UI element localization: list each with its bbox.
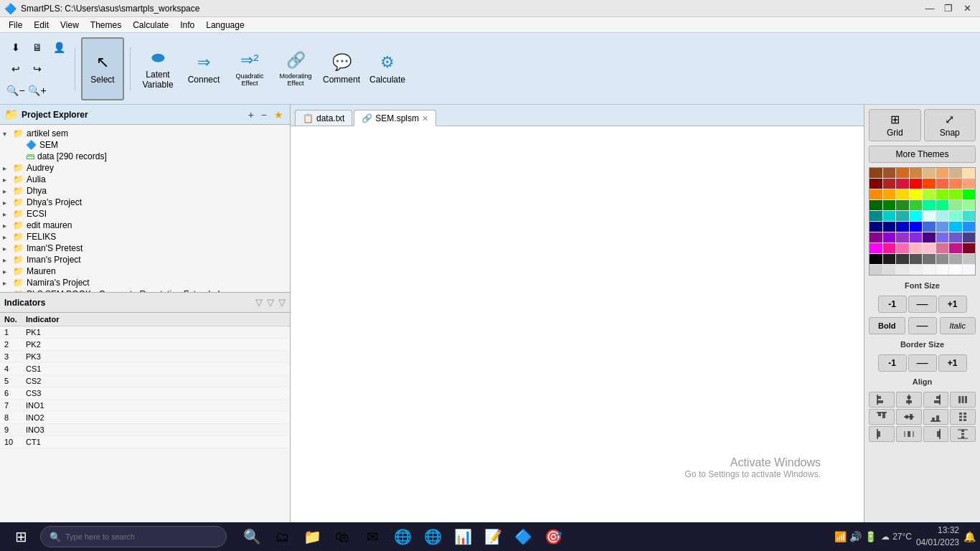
connect-button[interactable]: ⇒ Connect xyxy=(182,37,225,100)
tab-close-sem-splsm[interactable]: ✕ xyxy=(422,114,428,123)
color-cell[interactable] xyxy=(896,200,909,210)
monitor-button[interactable]: 🖥 xyxy=(27,37,47,57)
align-button-1[interactable] xyxy=(896,392,922,408)
color-cell[interactable] xyxy=(870,222,882,232)
tree-item-dhya[interactable]: ▸📁Dhya xyxy=(0,185,290,197)
tree-item-dhyas-project[interactable]: ▸📁Dhya's Project xyxy=(0,197,290,208)
color-cell[interactable] xyxy=(936,211,949,221)
color-cell[interactable] xyxy=(910,232,923,242)
color-cell[interactable] xyxy=(883,168,896,178)
notification-button[interactable]: 🔔 xyxy=(963,531,976,542)
menu-item-language[interactable]: Language xyxy=(200,19,250,32)
snap-button[interactable]: ⤢ Snap xyxy=(924,109,976,141)
table-row[interactable]: 7INO1 xyxy=(0,400,290,412)
color-cell[interactable] xyxy=(870,168,882,178)
minimize-button[interactable]: — xyxy=(921,2,938,15)
latent-variable-button[interactable]: ⬬ Latent Variable xyxy=(136,37,179,100)
color-cell[interactable] xyxy=(949,179,962,189)
close-button[interactable]: ✕ xyxy=(958,2,976,15)
color-cell[interactable] xyxy=(963,222,976,232)
taskbar-chrome[interactable]: 🌐 xyxy=(419,523,446,550)
align-button-3[interactable] xyxy=(950,392,976,408)
tree-item-pls-sem-book[interactable]: ▸📁PLS SEM BOOK - Corporate Reputation Ex… xyxy=(0,288,290,292)
taskbar-mail[interactable]: ✉ xyxy=(359,523,386,550)
color-cell[interactable] xyxy=(963,243,976,253)
menu-item-info[interactable]: Info xyxy=(174,19,200,32)
color-cell[interactable] xyxy=(910,200,923,210)
color-cell[interactable] xyxy=(910,211,923,221)
color-cell[interactable] xyxy=(923,265,936,275)
tree-item-edit-mauren[interactable]: ▸📁edit mauren xyxy=(0,220,290,231)
tree-item-data[interactable]: 🗃data [290 records] xyxy=(0,151,290,162)
taskbar-app-extra[interactable]: 🎯 xyxy=(540,523,567,550)
color-cell[interactable] xyxy=(870,211,882,221)
table-row[interactable]: 5CS2 xyxy=(0,375,290,387)
color-cell[interactable] xyxy=(936,179,949,189)
color-cell[interactable] xyxy=(923,254,936,264)
pe-minus-button[interactable]: − xyxy=(259,108,269,121)
tab-data-txt[interactable]: 📋data.txt xyxy=(295,110,352,126)
color-cell[interactable] xyxy=(923,232,936,242)
border-size-minus-button[interactable]: -1 xyxy=(878,354,907,372)
color-cell[interactable] xyxy=(896,232,909,242)
color-cell[interactable] xyxy=(883,179,896,189)
color-cell[interactable] xyxy=(883,211,896,221)
color-cell[interactable] xyxy=(949,222,962,232)
align-button-0[interactable] xyxy=(869,392,895,408)
taskbar-edge[interactable]: 🌐 xyxy=(389,523,416,550)
color-cell[interactable] xyxy=(923,168,936,178)
align-button-11[interactable] xyxy=(950,426,976,442)
menu-item-themes[interactable]: Themes xyxy=(85,19,127,32)
color-cell[interactable] xyxy=(910,189,923,199)
taskbar-explorer[interactable]: 📁 xyxy=(298,523,326,550)
network-icon[interactable]: 📶 xyxy=(834,531,847,542)
menu-item-calculate[interactable]: Calculate xyxy=(127,19,174,32)
search-bar[interactable]: 🔍 xyxy=(40,526,227,547)
color-cell[interactable] xyxy=(896,211,909,221)
grid-button[interactable]: ⊞ Grid xyxy=(869,109,921,141)
color-cell[interactable] xyxy=(896,179,909,189)
color-cell[interactable] xyxy=(949,265,962,275)
font-size-plus-button[interactable]: +1 xyxy=(938,296,967,313)
search-input[interactable] xyxy=(65,532,217,541)
tree-item-imans-pretest[interactable]: ▸📁Iman'S Pretest xyxy=(0,242,290,254)
color-cell[interactable] xyxy=(963,211,976,221)
color-cell[interactable] xyxy=(949,243,962,253)
zoom-in-button[interactable]: 🔍+ xyxy=(27,80,47,100)
table-row[interactable]: 10CT1 xyxy=(0,436,290,448)
tab-sem-splsm[interactable]: 🔗SEM.splsm✕ xyxy=(354,110,436,126)
align-button-4[interactable] xyxy=(869,409,895,425)
more-themes-button[interactable]: More Themes xyxy=(869,146,976,163)
color-cell[interactable] xyxy=(870,243,882,253)
color-cell[interactable] xyxy=(963,200,976,210)
color-cell[interactable] xyxy=(896,265,909,275)
italic-button[interactable]: Italic xyxy=(940,317,976,334)
color-cell[interactable] xyxy=(883,243,896,253)
color-cell[interactable] xyxy=(883,232,896,242)
color-cell[interactable] xyxy=(923,200,936,210)
tree-item-namiras-project[interactable]: ▸📁Namira's Project xyxy=(0,277,290,288)
color-cell[interactable] xyxy=(923,179,936,189)
color-cell[interactable] xyxy=(883,189,896,199)
align-button-9[interactable] xyxy=(896,426,922,442)
taskbar-cortana[interactable]: 🔍 xyxy=(238,523,265,550)
color-cell[interactable] xyxy=(896,222,909,232)
color-cell[interactable] xyxy=(949,200,962,210)
maximize-button[interactable]: ❐ xyxy=(940,2,957,15)
filter-button-3[interactable]: ▽ xyxy=(278,297,286,308)
color-cell[interactable] xyxy=(936,222,949,232)
calculate-button[interactable]: ⚙ Calculate xyxy=(366,37,409,100)
color-cell[interactable] xyxy=(870,179,882,189)
color-cell[interactable] xyxy=(936,168,949,178)
color-cell[interactable] xyxy=(963,254,976,264)
table-row[interactable]: 3PK3 xyxy=(0,351,290,363)
border-size-plus-button[interactable]: +1 xyxy=(938,354,967,372)
menu-item-file[interactable]: File xyxy=(3,19,28,32)
color-cell[interactable] xyxy=(870,265,882,275)
color-cell[interactable] xyxy=(949,168,962,178)
pe-add-button[interactable]: + xyxy=(246,108,256,121)
table-row[interactable]: 4CS1 xyxy=(0,363,290,375)
moderating-effect-button[interactable]: 🔗 Moderating Effect xyxy=(274,37,317,100)
volume-icon[interactable]: 🔊 xyxy=(849,531,862,542)
color-cell[interactable] xyxy=(963,168,976,178)
